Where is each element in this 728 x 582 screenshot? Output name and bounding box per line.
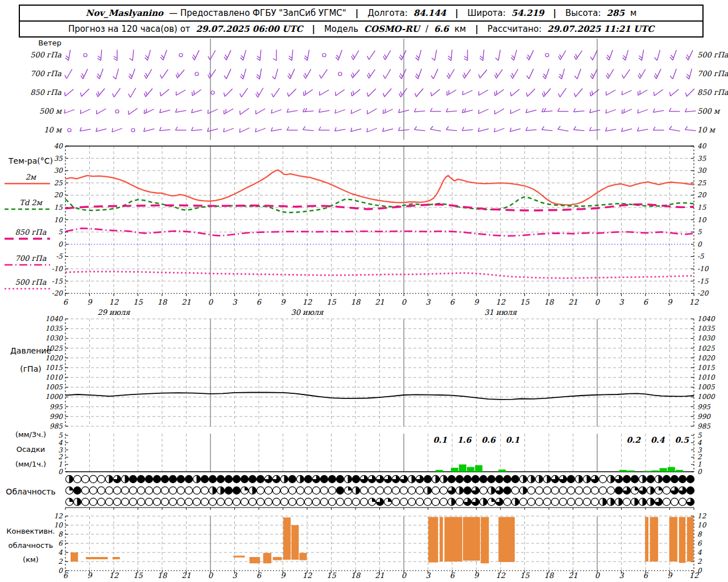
header-line1-part-0: Nov_Maslyanino	[86, 8, 163, 18]
wind-barb	[495, 50, 500, 61]
cloud-cover-symbol	[153, 487, 160, 494]
wind-barb	[65, 50, 71, 61]
wind-barb	[257, 69, 262, 80]
wind-barb	[367, 69, 375, 78]
legend-td2m-label: Td 2м	[1, 199, 60, 207]
wind-barb	[653, 109, 664, 113]
pressure-ytick-left: 990	[49, 413, 63, 421]
wind-barb	[114, 50, 117, 61]
temp-xtick-label: 6	[450, 298, 456, 306]
wind-barb	[129, 50, 133, 61]
pressure-ytick-right: 985	[697, 422, 711, 430]
pressure-ytick-left: 1040	[45, 315, 63, 323]
wind-barb	[208, 69, 216, 78]
wind-barb	[543, 89, 551, 97]
cloud-cover-symbol	[416, 498, 423, 505]
header-line1-part-4: 84.144	[413, 8, 446, 18]
pressure-ytick-right: 1005	[697, 383, 715, 391]
header-line2-part-2: |	[308, 24, 318, 34]
wind-barb	[304, 69, 311, 78]
convective-cloud-bar	[299, 553, 307, 560]
pressure-ytick-left: 1035	[45, 325, 63, 332]
wind-level-500m-left: 500 м	[3, 107, 61, 115]
cloud-cover-symbol	[233, 498, 240, 505]
wind-barb	[81, 89, 89, 96]
cloud-cover-symbol	[440, 498, 447, 505]
bottom-xtick-label: 3	[232, 571, 238, 580]
wind-barb	[558, 126, 569, 131]
wind-barb	[559, 69, 565, 79]
pressure-panel-title: Давление	[1, 347, 60, 355]
wind-level-10m-right: 10 м	[697, 126, 728, 134]
wind-barb	[462, 90, 472, 95]
conv-ytick-left: 4	[58, 548, 63, 556]
wind-barb	[685, 109, 696, 112]
wind-barb	[415, 69, 421, 79]
cloud-cover-symbol	[400, 487, 407, 494]
header-line2-part-7: км	[454, 24, 466, 34]
convective-cloud-bar	[645, 517, 648, 562]
precip-3h-sum-label: 0.1	[433, 435, 448, 444]
pressure-ytick-right: 990	[697, 413, 711, 421]
precip-bar-1h	[619, 470, 627, 472]
convective-cloud-bar	[86, 557, 108, 559]
temp-xtick-label: 6	[257, 298, 262, 306]
cloud-cover-symbol	[663, 487, 670, 494]
wind-barb	[622, 90, 631, 95]
cloud-cover-symbol	[583, 487, 590, 494]
convective-cloud-bar	[463, 517, 480, 561]
wind-barb	[367, 109, 377, 114]
cloud-cover-symbol	[519, 498, 527, 505]
temp-ytick-right: -20	[697, 289, 709, 297]
wind-barb	[606, 109, 616, 113]
meteogram-canvas: 40403535303025252020151510105500-5-5-10-…	[0, 0, 728, 582]
pressure-ytick-right: 1020	[697, 354, 715, 362]
cloud-cover-symbol	[81, 498, 89, 505]
wind-barb	[351, 70, 360, 78]
cloud-cover-symbol	[169, 498, 176, 505]
cloud-cover-symbol	[543, 498, 551, 505]
cloud-cover-symbol	[81, 487, 89, 494]
cloud-cover-symbol	[272, 487, 280, 494]
cloud-cover-symbol	[320, 487, 328, 494]
cloud-cover-symbol	[257, 487, 264, 494]
precip-3h-sum-label: 1.6	[457, 435, 472, 444]
convective-cloud-bar	[679, 517, 686, 563]
wind-barb	[399, 50, 406, 60]
cloud-cover-symbol	[89, 498, 97, 505]
cloud-cover-symbol	[328, 487, 336, 494]
wind-barb	[113, 69, 119, 79]
wind-barb	[527, 89, 535, 96]
wind-calm-symbol	[84, 53, 87, 57]
wind-barb	[462, 109, 473, 113]
wind-barb	[367, 51, 375, 60]
wind-barb	[669, 126, 680, 131]
wind-barb	[574, 109, 585, 112]
wind-barb	[511, 89, 520, 96]
cloud-cover-symbol	[312, 487, 320, 494]
wind-barb	[526, 109, 536, 113]
wind-barb	[685, 126, 696, 130]
pressure-ytick-left: 1010	[45, 373, 63, 381]
wind-barb	[606, 90, 615, 95]
wind-barb	[240, 109, 249, 115]
cloudiness-panel	[65, 475, 694, 510]
cloudiness-panel-title: Облачность	[1, 488, 60, 496]
wind-panel	[64, 50, 696, 133]
wind-barb	[558, 108, 569, 111]
wind-barb	[224, 50, 231, 60]
wind-barb	[224, 109, 233, 114]
header-line2-part-10: 29.07.2025 11:21 UTC	[547, 24, 654, 34]
cloud-cover-symbol	[105, 498, 113, 505]
wind-barb	[574, 51, 582, 60]
convective-cloud-bar	[250, 557, 260, 563]
precip-units-1h: (мм/1ч.)	[1, 460, 60, 468]
cloud-cover-symbol	[105, 487, 113, 494]
wind-barb	[622, 128, 632, 132]
cloud-cover-symbol	[575, 498, 582, 505]
temp-xtick-label: 18	[158, 298, 168, 306]
cloud-cover-symbol	[671, 498, 678, 505]
wind-barb	[319, 109, 330, 113]
wind-calm-symbol	[115, 110, 119, 113]
wind-barb	[446, 126, 457, 130]
